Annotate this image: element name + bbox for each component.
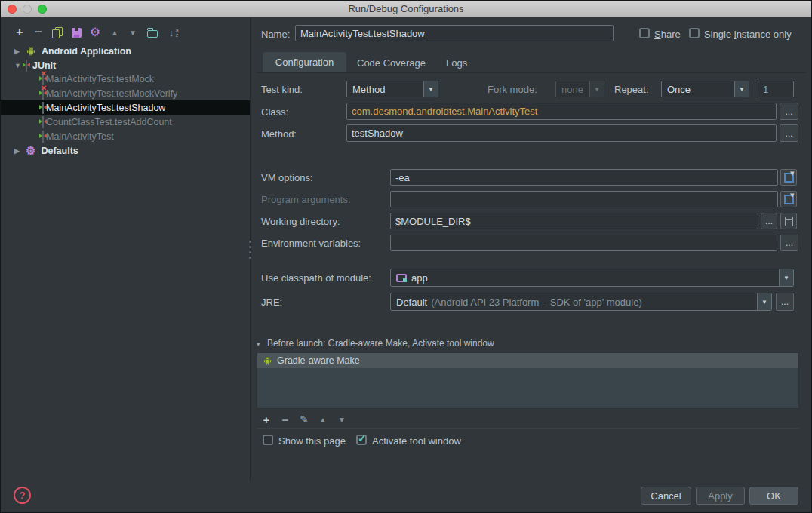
before-launch-section-header[interactable]: Before launch: Gradle-aware Make, Activa… [257, 338, 494, 349]
junit-icon [26, 60, 27, 71]
chevron-down-icon[interactable] [757, 293, 771, 310]
class-browse-button[interactable]: ... [780, 103, 798, 120]
window-title: Run/Debug Configurations [1, 3, 811, 14]
module-classpath-value: app [411, 272, 428, 284]
chevron-down-icon[interactable] [14, 62, 22, 69]
environment-variables-browse-button[interactable]: ... [780, 235, 798, 251]
tab-code-coverage[interactable]: Code Coverage [357, 57, 426, 69]
repeat-label: Repeat: [614, 84, 649, 95]
tree-item-label: CountClassTest.testAddCount [46, 117, 172, 127]
move-down-button[interactable]: ▼ [125, 24, 141, 41]
vm-options-input[interactable] [390, 169, 778, 186]
module-classpath-select[interactable]: app [390, 269, 794, 287]
name-input[interactable] [295, 25, 614, 41]
environment-variables-input[interactable] [390, 235, 777, 251]
tree-item-label: MainActivityTest [46, 131, 114, 142]
chevron-right-icon[interactable] [14, 147, 22, 155]
show-this-page-checkbox[interactable] [263, 435, 273, 445]
junit-error-icon: ✕ [42, 74, 44, 84]
tab-configuration[interactable]: Configuration [263, 52, 346, 72]
tree-item-junit[interactable]: JUnit [1, 58, 250, 72]
edit-pencil-icon: ✎ [300, 413, 309, 425]
jre-browse-button[interactable]: ... [776, 293, 794, 311]
activate-tool-window-checkbox[interactable] [356, 435, 367, 445]
class-input[interactable] [346, 103, 777, 120]
tree-item-mainactivitytest[interactable]: MainActivityTest [1, 129, 250, 143]
tree-item-testshadow-selected[interactable]: MainActivityTest.testShadow [1, 100, 250, 115]
fork-mode-label: Fork mode: [488, 84, 537, 95]
tab-label: Configuration [275, 57, 334, 68]
program-arguments-input[interactable] [390, 191, 778, 207]
working-directory-input[interactable] [390, 213, 758, 229]
add-configuration-button[interactable]: + [11, 24, 28, 41]
share-checkbox[interactable] [639, 28, 650, 38]
single-instance-checkbox[interactable] [689, 28, 700, 38]
chevron-right-icon[interactable] [14, 48, 22, 55]
chevron-down-icon[interactable] [779, 269, 793, 286]
edit-defaults-button[interactable]: ⚙ [87, 24, 103, 41]
add-task-button[interactable]: + [259, 412, 274, 427]
program-arguments-expand-button[interactable] [780, 191, 797, 207]
expand-field-icon [784, 195, 794, 204]
copy-configuration-button[interactable] [49, 24, 66, 41]
tree-item-label: MainActivityTest.testMock [46, 74, 154, 84]
add-icon: + [263, 413, 270, 426]
copy-icon [52, 27, 63, 38]
expand-field-icon [784, 173, 794, 183]
android-icon [26, 46, 36, 57]
test-kind-select[interactable]: Method [346, 81, 438, 97]
before-launch-header-label: Before launch: Gradle-aware Make, Activa… [267, 338, 494, 349]
cancel-button[interactable]: Cancel [641, 487, 691, 505]
tree-item-testmockverify[interactable]: ✕ MainActivityTest.testMockVerify [1, 86, 250, 100]
tree-item-defaults[interactable]: ⚙ Defaults [1, 143, 250, 158]
insert-macro-button[interactable] [780, 213, 797, 229]
chevron-down-icon[interactable] [423, 81, 438, 97]
tab-logs[interactable]: Logs [446, 57, 467, 69]
sort-configurations-button[interactable] [163, 24, 180, 41]
apply-button[interactable]: Apply [696, 487, 745, 505]
remove-task-button[interactable]: − [278, 412, 293, 427]
method-browse-button[interactable]: ... [780, 124, 798, 142]
class-label: Class: [261, 106, 288, 118]
test-kind-value: Method [352, 84, 385, 95]
chevron-down-icon [589, 81, 604, 97]
run-debug-configurations-dialog: Run/Debug Configurations + − ⚙ ▲ ▼ Andro… [0, 0, 812, 513]
help-button[interactable]: ? [14, 487, 31, 504]
move-up-icon: ▲ [111, 29, 118, 37]
folder-icon [147, 30, 158, 38]
fork-mode-select: none [555, 81, 604, 97]
tree-item-label: MainActivityTest.testMockVerify [46, 88, 177, 99]
remove-icon: − [35, 25, 42, 40]
create-folder-button[interactable] [144, 24, 161, 41]
ok-button[interactable]: OK [749, 487, 798, 505]
move-task-down-button[interactable]: ▼ [334, 412, 349, 427]
tree-item-testaddcount[interactable]: CountClassTest.testAddCount [1, 115, 250, 129]
use-classpath-label: Use classpath of module: [261, 272, 371, 284]
test-kind-label: Test kind: [261, 84, 303, 95]
gear-icon: ⚙ [90, 26, 100, 38]
working-directory-browse-button[interactable]: ... [761, 213, 777, 229]
junit-error-icon: ✕ [42, 88, 44, 99]
chevron-down-icon[interactable] [734, 81, 749, 97]
save-configuration-button[interactable] [68, 24, 85, 41]
splitter-handle-icon[interactable] [248, 241, 252, 260]
tree-item-testmock[interactable]: ✕ MainActivityTest.testMock [1, 72, 250, 86]
activate-tool-window-label: Activate tool window [372, 435, 461, 447]
add-icon: + [16, 25, 23, 40]
macro-list-icon [785, 217, 793, 226]
vm-options-expand-button[interactable] [780, 169, 797, 186]
before-launch-task-item[interactable]: Gradle-aware Make [257, 353, 798, 368]
method-input[interactable] [346, 124, 777, 142]
repeat-count-input[interactable] [758, 81, 794, 97]
move-task-up-button[interactable]: ▲ [315, 412, 331, 427]
edit-task-button[interactable]: ✎ [297, 412, 312, 427]
before-launch-task-list: Gradle-aware Make [257, 352, 799, 409]
repeat-select[interactable]: Once [661, 81, 749, 97]
tree-item-android-application[interactable]: Android Application [1, 44, 250, 58]
jre-select[interactable]: Default (Android API 23 Platform – SDK o… [390, 293, 772, 311]
move-up-button[interactable]: ▲ [106, 24, 123, 41]
vm-options-label: VM options: [261, 172, 313, 183]
task-label: Gradle-aware Make [277, 355, 360, 366]
remove-configuration-button[interactable]: − [30, 24, 47, 41]
junit-icon [42, 131, 44, 142]
